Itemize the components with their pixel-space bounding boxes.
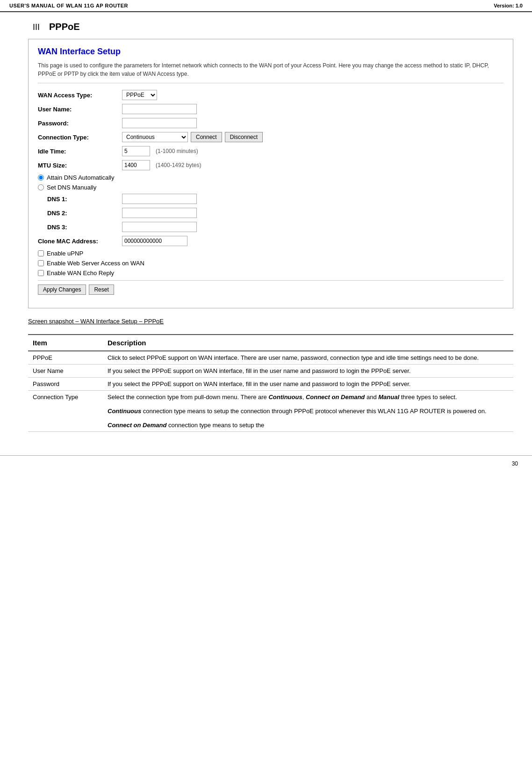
attain-dns-label: Attain DNS Automatically: [47, 174, 115, 181]
caption: Screen snapshot – WAN Interface Setup – …: [28, 318, 513, 325]
section-heading: III PPPoE: [33, 22, 513, 32]
dns3-label: DNS 3:: [38, 224, 122, 231]
dns2-input[interactable]: [122, 208, 197, 218]
item-cell: Password: [28, 378, 103, 391]
password-input[interactable]: [122, 118, 197, 128]
wan-setup-box: WAN Interface Setup This page is used to…: [28, 39, 513, 308]
enable-web-server-row: Enable Web Server Access on WAN: [38, 260, 503, 267]
main-content: III PPPoE WAN Interface Setup This page …: [0, 17, 532, 446]
apply-changes-button[interactable]: Apply Changes: [38, 284, 86, 295]
disconnect-button[interactable]: Disconnect: [225, 132, 263, 142]
idle-time-label: Idle Time:: [38, 148, 122, 155]
connection-type-select[interactable]: Continuous Connect on Demand Manual: [122, 132, 188, 142]
wan-access-type-select[interactable]: PPPoE Static IP DHCP PPTP: [122, 90, 157, 100]
table-row: Connection Type Select the connection ty…: [28, 391, 513, 432]
dns1-row: DNS 1:: [38, 194, 503, 204]
idle-time-control: (1-1000 minutes): [122, 146, 198, 156]
dns2-label: DNS 2:: [38, 210, 122, 217]
desc-cell: Click to select PPPoE support on WAN int…: [103, 351, 513, 365]
set-dns-radio[interactable]: [38, 184, 44, 190]
action-buttons-row: Apply Changes Reset: [38, 284, 503, 295]
table-row: PPPoE Click to select PPPoE support on W…: [28, 351, 513, 365]
description-table: Item Description PPPoE Click to select P…: [28, 334, 513, 432]
table-row: Password If you select the PPPoE support…: [28, 378, 513, 391]
dns3-control: [122, 222, 197, 232]
dns3-row: DNS 3:: [38, 222, 503, 232]
desc-cell: Select the connection type from pull-dow…: [103, 391, 513, 432]
clone-mac-label: Clone MAC Address:: [38, 238, 122, 245]
section-title: PPPoE: [49, 22, 80, 32]
dns2-row: DNS 2:: [38, 208, 503, 218]
col2-header: Description: [103, 335, 513, 351]
idle-time-hint: (1-1000 minutes): [156, 148, 198, 154]
wan-setup-title: WAN Interface Setup: [38, 47, 503, 57]
user-name-input[interactable]: [122, 104, 197, 114]
dns3-input[interactable]: [122, 222, 197, 232]
header-title: USER'S MANUAL OF WLAN 11G AP ROUTER: [9, 3, 128, 8]
enable-upnp-checkbox[interactable]: [38, 250, 44, 256]
idle-time-row: Idle Time: (1-1000 minutes): [38, 146, 503, 156]
dns1-control: [122, 194, 197, 204]
enable-upnp-label: Enable uPNP: [47, 250, 83, 257]
desc-cell: If you select the PPPoE support on WAN i…: [103, 365, 513, 378]
mtu-size-row: MTU Size: (1400-1492 bytes): [38, 160, 503, 170]
enable-web-server-label: Enable Web Server Access on WAN: [47, 260, 144, 267]
enable-web-server-checkbox[interactable]: [38, 260, 44, 266]
wan-access-type-row: WAN Access Type: PPPoE Static IP DHCP PP…: [38, 90, 503, 100]
dns1-input[interactable]: [122, 194, 197, 204]
password-label: Password:: [38, 120, 122, 127]
mtu-size-input[interactable]: [122, 160, 150, 170]
connection-type-row: Connection Type: Continuous Connect on D…: [38, 132, 503, 142]
user-name-control: [122, 104, 197, 114]
attain-dns-row: Attain DNS Automatically: [38, 174, 503, 181]
set-dns-label: Set DNS Manually: [47, 184, 96, 191]
mtu-size-hint: (1400-1492 bytes): [156, 162, 201, 168]
mtu-size-control: (1400-1492 bytes): [122, 160, 201, 170]
dns2-control: [122, 208, 197, 218]
wan-access-type-control: PPPoE Static IP DHCP PPTP: [122, 90, 157, 100]
header-version: Version: 1.0: [494, 3, 523, 8]
set-dns-row: Set DNS Manually: [38, 184, 503, 191]
wan-access-type-label: WAN Access Type:: [38, 92, 122, 99]
idle-time-input[interactable]: [122, 146, 150, 156]
clone-mac-row: Clone MAC Address:: [38, 236, 503, 246]
mtu-size-label: MTU Size:: [38, 162, 122, 169]
section-divider: [38, 280, 503, 281]
dns1-label: DNS 1:: [38, 196, 122, 203]
page-header: USER'S MANUAL OF WLAN 11G AP ROUTER Vers…: [0, 0, 532, 12]
connection-type-control: Continuous Connect on Demand Manual Conn…: [122, 132, 263, 142]
enable-wan-echo-checkbox[interactable]: [38, 270, 44, 276]
page-footer: 30: [0, 455, 532, 472]
item-cell: PPPoE: [28, 351, 103, 365]
clone-mac-control: [122, 236, 187, 246]
user-name-label: User Name:: [38, 106, 122, 113]
connect-button[interactable]: Connect: [191, 132, 222, 142]
password-control: [122, 118, 197, 128]
enable-wan-echo-row: Enable WAN Echo Reply: [38, 270, 503, 277]
enable-upnp-row: Enable uPNP: [38, 250, 503, 257]
password-row: Password:: [38, 118, 503, 128]
page-number: 30: [512, 460, 518, 467]
roman-numeral: III: [33, 22, 40, 32]
reset-button[interactable]: Reset: [89, 284, 114, 295]
attain-dns-radio[interactable]: [38, 175, 44, 181]
user-name-row: User Name:: [38, 104, 503, 114]
item-cell: User Name: [28, 365, 103, 378]
enable-wan-echo-label: Enable WAN Echo Reply: [47, 270, 114, 277]
connection-type-label: Connection Type:: [38, 134, 122, 141]
col1-header: Item: [28, 335, 103, 351]
desc-cell: If you select the PPPoE support on WAN i…: [103, 378, 513, 391]
item-cell: Connection Type: [28, 391, 103, 432]
wan-setup-description: This page is used to configure the param…: [38, 61, 503, 83]
clone-mac-input[interactable]: [122, 236, 187, 246]
table-row: User Name If you select the PPPoE suppor…: [28, 365, 513, 378]
